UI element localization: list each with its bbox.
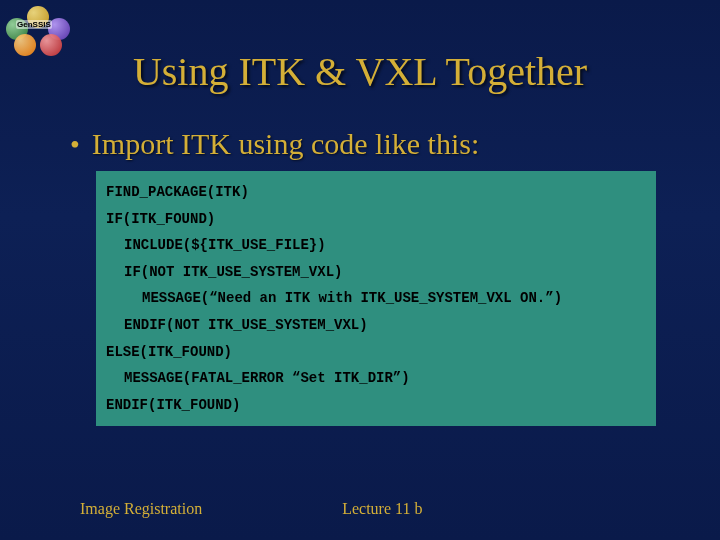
- code-line: FIND_PACKAGE(ITK): [106, 179, 646, 206]
- code-line: MESSAGE(“Need an ITK with ITK_USE_SYSTEM…: [106, 285, 646, 312]
- code-block: FIND_PACKAGE(ITK) IF(ITK_FOUND) INCLUDE(…: [96, 171, 656, 426]
- content-area: • Import ITK using code like this: FIND_…: [60, 127, 670, 426]
- code-line: IF(ITK_FOUND): [106, 206, 646, 233]
- code-line: ELSE(ITK_FOUND): [106, 339, 646, 366]
- logo-petal: [40, 34, 62, 56]
- slide-title: Using ITK & VXL Together: [0, 48, 720, 95]
- code-line: IF(NOT ITK_USE_SYSTEM_VXL): [106, 259, 646, 286]
- logo-petal: [14, 34, 36, 56]
- footer-mid: Lecture 11 b: [342, 500, 422, 518]
- code-line: INCLUDE(${ITK_USE_FILE}): [106, 232, 646, 259]
- code-line: ENDIF(NOT ITK_USE_SYSTEM_VXL): [106, 312, 646, 339]
- logo-label: GenSSIS: [16, 20, 52, 29]
- footer-left: Image Registration: [80, 500, 202, 518]
- footer: Image Registration Lecture 11 b: [0, 500, 720, 518]
- bullet-item: • Import ITK using code like this:: [70, 127, 670, 161]
- logo: GenSSIS: [6, 6, 70, 54]
- code-line: MESSAGE(FATAL_ERROR “Set ITK_DIR”): [106, 365, 646, 392]
- code-line: ENDIF(ITK_FOUND): [106, 392, 646, 419]
- bullet-icon: •: [70, 131, 80, 159]
- bullet-text: Import ITK using code like this:: [92, 127, 479, 161]
